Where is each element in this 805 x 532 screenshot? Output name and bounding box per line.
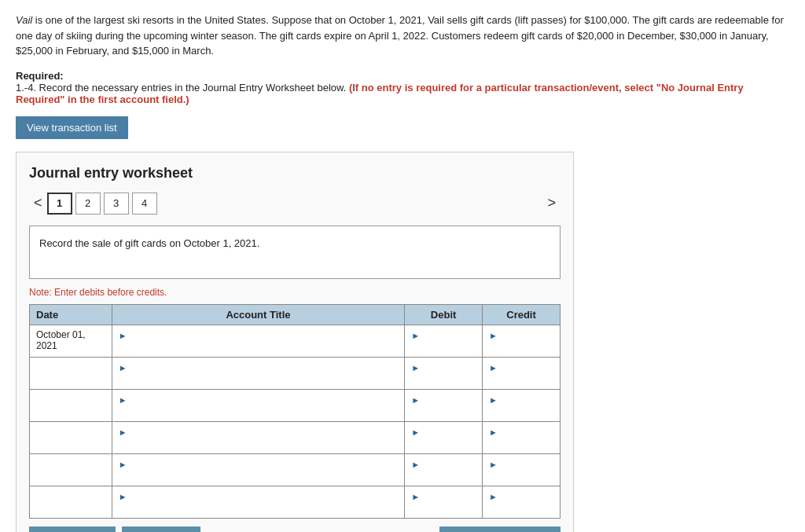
tab-3[interactable]: 3: [104, 193, 129, 215]
credit-input-6[interactable]: [489, 502, 553, 514]
account-cell-2[interactable]: ►: [112, 357, 404, 389]
bottom-bar: Record entry Clear entry View general jo…: [29, 519, 561, 533]
account-input-4[interactable]: [119, 438, 398, 449]
debit-arrow-icon: ►: [411, 492, 420, 501]
cell-arrow-icon: ►: [119, 492, 127, 501]
tab-2[interactable]: 2: [75, 193, 101, 215]
journal-table: Date Account Title Debit Credit October …: [29, 304, 561, 519]
date-cell-1: October 01,2021: [30, 325, 112, 357]
table-row: ► ► ►: [30, 486, 561, 518]
col-credit: Credit: [483, 304, 561, 325]
credit-input-5[interactable]: [489, 470, 553, 482]
debit-input-5[interactable]: [411, 470, 476, 482]
table-row: October 01,2021 ► ► ►: [30, 325, 561, 357]
tab-1[interactable]: 1: [47, 193, 72, 215]
cell-arrow-icon: ►: [119, 460, 127, 469]
credit-arrow-icon: ►: [489, 363, 498, 372]
debit-input-3[interactable]: [411, 405, 476, 417]
account-input-1[interactable]: [119, 341, 398, 353]
col-date: Date: [30, 304, 112, 325]
table-row: ► ► ►: [30, 357, 561, 389]
view-transaction-button[interactable]: View transaction list: [16, 116, 128, 139]
debit-arrow-icon: ►: [411, 460, 420, 469]
credit-arrow-icon: ►: [489, 492, 498, 501]
debit-arrow-icon: ►: [411, 395, 420, 405]
credit-input-2[interactable]: [489, 373, 553, 385]
account-cell-3[interactable]: ►: [112, 389, 404, 421]
credit-cell-1[interactable]: ►: [483, 325, 561, 357]
col-account: Account Title: [112, 304, 404, 325]
vail-italic: Vail: [16, 14, 32, 26]
account-cell-5[interactable]: ►: [112, 453, 404, 486]
tab-navigation: < 1 2 3 4 >: [29, 193, 561, 215]
table-row: ► ► ►: [30, 453, 561, 486]
account-input-5[interactable]: [119, 470, 398, 482]
account-input-6[interactable]: [119, 502, 398, 514]
note-text: Note: Enter debits before credits.: [29, 287, 561, 298]
debit-cell-2[interactable]: ►: [405, 357, 483, 389]
cell-arrow-icon: ►: [119, 395, 127, 405]
view-general-journal-button[interactable]: View general journal: [439, 526, 561, 533]
credit-cell-5[interactable]: ►: [483, 453, 561, 486]
debit-arrow-icon: ►: [411, 363, 420, 372]
credit-input-3[interactable]: [489, 405, 553, 417]
date-cell-4: [30, 421, 112, 453]
cell-arrow-icon: ►: [119, 427, 127, 437]
col-debit: Debit: [405, 304, 483, 325]
account-cell-1[interactable]: ►: [112, 325, 404, 357]
tab-next-arrow[interactable]: >: [542, 193, 561, 213]
debit-cell-3[interactable]: ►: [405, 389, 483, 421]
date-cell-6: [30, 486, 112, 518]
debit-input-6[interactable]: [411, 502, 476, 514]
debit-input-4[interactable]: [411, 438, 476, 449]
debit-input-1[interactable]: [411, 341, 476, 353]
table-row: ► ► ►: [30, 389, 561, 421]
account-input-2[interactable]: [119, 373, 398, 385]
debit-arrow-icon: ►: [411, 427, 420, 437]
account-input-3[interactable]: [119, 405, 398, 417]
debit-input-2[interactable]: [411, 373, 476, 385]
date-cell-3: [30, 389, 112, 421]
debit-cell-4[interactable]: ►: [405, 421, 483, 453]
credit-cell-3[interactable]: ►: [483, 389, 561, 421]
record-entry-button[interactable]: Record entry: [29, 526, 116, 533]
debit-cell-5[interactable]: ►: [405, 453, 483, 486]
worksheet-title: Journal entry worksheet: [29, 165, 561, 182]
required-label: Required:: [16, 70, 786, 82]
required-instruction: 1.-4. Record the necessary entries in th…: [16, 82, 786, 105]
credit-input-1[interactable]: [489, 341, 553, 353]
account-cell-6[interactable]: ►: [112, 486, 404, 518]
date-cell-5: [30, 453, 112, 486]
worksheet-container: Journal entry worksheet < 1 2 3 4 > Reco…: [16, 152, 574, 533]
credit-input-4[interactable]: [489, 438, 553, 449]
credit-arrow-icon: ►: [489, 331, 498, 340]
debit-arrow-icon: ►: [411, 331, 420, 340]
debit-cell-1[interactable]: ►: [405, 325, 483, 357]
credit-cell-6[interactable]: ►: [483, 486, 561, 518]
cell-arrow-icon: ►: [119, 331, 127, 340]
clear-entry-button[interactable]: Clear entry: [122, 526, 200, 533]
cell-arrow-icon: ►: [119, 363, 127, 372]
credit-arrow-icon: ►: [489, 395, 498, 405]
table-row: ► ► ►: [30, 421, 561, 453]
debit-cell-6[interactable]: ►: [405, 486, 483, 518]
description-box: Record the sale of gift cards on October…: [29, 226, 561, 279]
credit-arrow-icon: ►: [489, 427, 498, 437]
account-cell-4[interactable]: ►: [112, 421, 404, 453]
tab-prev-arrow[interactable]: <: [29, 193, 47, 213]
intro-paragraph: Vail is one of the largest ski resorts i…: [16, 13, 786, 59]
credit-cell-4[interactable]: ►: [483, 421, 561, 453]
date-cell-2: [30, 357, 112, 389]
required-section: Required: 1.-4. Record the necessary ent…: [16, 70, 786, 105]
credit-arrow-icon: ►: [489, 460, 498, 469]
credit-cell-2[interactable]: ►: [483, 357, 561, 389]
tab-4[interactable]: 4: [132, 193, 157, 215]
